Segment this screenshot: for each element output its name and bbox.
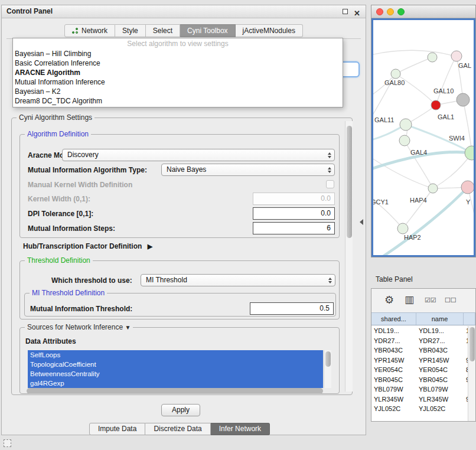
cell: YDL19... — [416, 326, 464, 336]
table-row[interactable]: YDL19... YDL19... 13 — [371, 326, 468, 336]
algorithm-popup-placeholder: Select algorithm to view settings — [13, 38, 343, 49]
which-threshold-combobox[interactable]: MI Threshold — [141, 274, 335, 286]
tab-infer-network[interactable]: Infer Network — [211, 423, 270, 435]
gear-icon[interactable]: ⚙ — [384, 294, 394, 306]
attribute-item-selected[interactable]: gal4RGexp — [28, 379, 323, 388]
table-row[interactable]: YBR045C YBR045C 9. — [371, 375, 468, 385]
cell: YJL052C — [371, 404, 416, 414]
chevron-right-icon[interactable]: ▶ — [148, 243, 152, 250]
table-row[interactable]: YPR145W YPR145W 9. — [371, 356, 468, 366]
cell: YBR045C — [371, 375, 416, 385]
which-threshold-value: MI Threshold — [146, 276, 187, 284]
node-gal80[interactable] — [391, 69, 400, 79]
algorithm-option[interactable]: Bayesian – K2 — [13, 87, 343, 96]
mi-threshold-input[interactable]: 0.5 — [250, 302, 334, 315]
apply-button[interactable]: Apply — [161, 404, 200, 416]
data-attributes-list[interactable]: SelfLoops TopologicalCoefficient Between… — [28, 350, 323, 388]
cell: YLR345W — [371, 394, 416, 405]
mi-steps-label: Mutual Information Steps: — [28, 224, 115, 233]
tab-discretize-data[interactable]: Discretize Data — [145, 423, 210, 435]
table-row[interactable]: YBR043C YBR043C — [371, 345, 468, 356]
node-selected-red[interactable] — [431, 100, 441, 110]
aracne-mode-combobox[interactable]: Discovery — [62, 149, 335, 161]
panel-collapse-handle-icon[interactable] — [360, 219, 363, 225]
settings-vertical-scrollbar[interactable] — [345, 121, 353, 392]
node-swi4[interactable] — [465, 146, 474, 160]
algorithm-definition-title: Algorithm Definition — [25, 130, 91, 138]
dpi-tolerance-label: DPI Tolerance [0,1]: — [28, 210, 93, 218]
algorithm-option[interactable]: Basic Correlation Inference — [13, 58, 343, 68]
chevron-down-icon[interactable]: ▼ — [125, 324, 131, 331]
select-all-icon[interactable]: ☑☑ — [425, 296, 436, 304]
minimize-traffic-light-icon[interactable] — [387, 8, 394, 15]
node-gal1[interactable] — [400, 119, 412, 131]
tab-network[interactable]: Network — [64, 24, 115, 37]
node-gal10[interactable] — [457, 93, 470, 106]
node-label: GAL10 — [433, 87, 454, 94]
grid-icon[interactable] — [4, 439, 11, 447]
dpi-tolerance-input[interactable]: 0.0 — [253, 207, 335, 220]
table-row[interactable]: YER054C YER054C 8. — [371, 365, 468, 375]
node[interactable] — [428, 53, 437, 62]
cell: YBL079W — [371, 384, 416, 394]
mi-type-value: Naive Bayes — [167, 165, 206, 174]
settings-scrollbar-thumb[interactable] — [347, 126, 352, 238]
combo-arrows-icon — [328, 167, 331, 173]
table-row[interactable]: YLR345W YLR345W 9. — [371, 394, 468, 405]
table-scrollbar-thumb[interactable] — [470, 327, 475, 361]
node[interactable] — [451, 51, 462, 61]
close-icon[interactable]: ✕ — [354, 7, 360, 19]
node-label: Y — [466, 198, 471, 206]
attributes-scrollbar-thumb[interactable] — [325, 351, 331, 367]
network-window-titlebar[interactable] — [371, 5, 475, 18]
algorithm-option-selected[interactable]: ARACNE Algorithm — [13, 68, 343, 77]
network-graph[interactable]: GAL GAL80 GAL10 GAL11 GAL1 SWI4 GAL4 GCY… — [373, 20, 474, 255]
network-icon — [72, 28, 79, 34]
attribute-item-selected[interactable]: SelfLoops — [28, 350, 323, 360]
cell: 8. — [464, 365, 468, 375]
algorithm-option[interactable]: Bayesian – Hill Climbing — [13, 49, 343, 58]
close-traffic-light-icon[interactable] — [376, 8, 383, 15]
algorithm-option[interactable]: Mutual Information Inference — [13, 77, 343, 87]
column-header-shared-name[interactable]: shared... — [371, 313, 416, 325]
combo-arrows-icon — [328, 278, 332, 283]
node-hap2[interactable] — [397, 223, 408, 234]
node-label: GAL1 — [438, 113, 454, 120]
algorithm-option[interactable]: Dream8 DC_TDC Algorithm — [13, 96, 343, 106]
zoom-traffic-light-icon[interactable] — [397, 8, 405, 15]
attributes-vertical-scrollbar[interactable] — [324, 350, 331, 388]
kernel-width-input[interactable]: 0.0 — [253, 193, 335, 205]
columns-icon[interactable]: ▥ — [405, 294, 414, 306]
node-hap4[interactable] — [428, 184, 438, 193]
table-row[interactable]: YBL079W YBL079W — [371, 384, 468, 394]
network-canvas[interactable]: GAL GAL80 GAL10 GAL11 GAL1 SWI4 GAL4 GCY… — [371, 18, 475, 257]
tab-style[interactable]: Style — [115, 24, 146, 37]
attribute-item-selected[interactable]: TopologicalCoefficient — [28, 360, 323, 369]
hub-section-label[interactable]: Hub/Transcription Factor Definition ▶ — [23, 242, 152, 250]
tab-select[interactable]: Select — [146, 24, 180, 37]
cell: YDL19... — [371, 326, 416, 336]
tab-impute-data[interactable]: Impute Data — [89, 423, 145, 435]
node-pink[interactable] — [461, 181, 474, 194]
attributes-horizontal-scrollbar[interactable] — [27, 388, 323, 394]
tab-jactivemnodules[interactable]: jActiveMNodules — [236, 24, 303, 37]
mi-type-combobox[interactable]: Naive Bayes — [161, 164, 335, 176]
mi-steps-input[interactable]: 6 — [253, 222, 335, 234]
control-panel-titlebar[interactable]: Control Panel ✕ — [2, 5, 366, 18]
table-vertical-scrollbar[interactable] — [468, 326, 475, 421]
deselect-all-icon[interactable]: ☐☐ — [445, 296, 457, 304]
manual-kernel-checkbox[interactable] — [326, 180, 334, 188]
sources-group-title[interactable]: Sources for Network Inference ▼ — [25, 323, 133, 331]
network-nodes[interactable] — [391, 51, 474, 234]
float-window-icon[interactable] — [343, 9, 348, 14]
column-header-name[interactable]: name — [416, 313, 464, 325]
node-label: GAL11 — [374, 116, 394, 123]
attribute-item-selected[interactable]: BetweennessCentrality — [28, 369, 323, 379]
tab-cyni-toolbox[interactable]: Cyni Toolbox — [180, 24, 235, 37]
column-header-cut[interactable] — [464, 313, 475, 325]
cell: YER054C — [416, 365, 464, 375]
manual-kernel-label: Manual Kernel Width Definition — [28, 181, 132, 189]
node-gal4[interactable] — [399, 135, 410, 146]
table-row[interactable]: YDR27... YDR27... 12 — [371, 336, 468, 346]
table-row[interactable]: YJL052C YJL052C — [371, 404, 468, 414]
